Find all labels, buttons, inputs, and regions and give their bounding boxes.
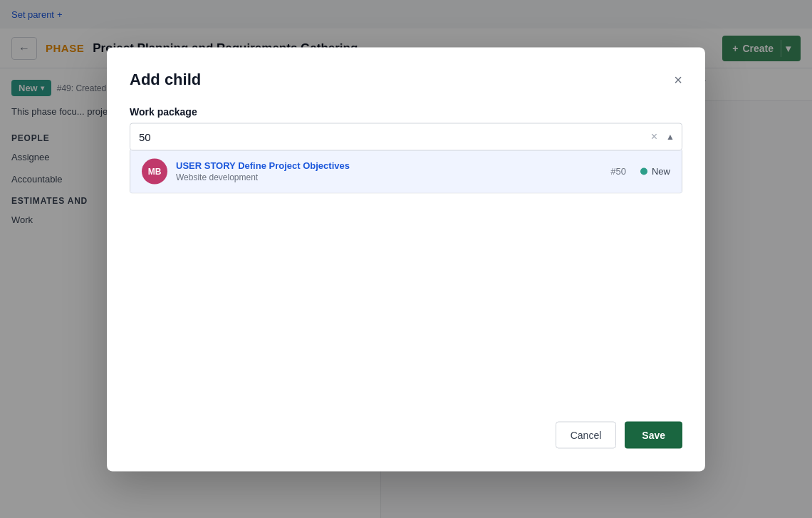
close-icon: × xyxy=(674,71,682,87)
result-info: USER STORY Define Project Objectives Web… xyxy=(176,160,602,182)
modal-close-button[interactable]: × xyxy=(674,72,682,86)
result-item[interactable]: MB USER STORY Define Project Objectives … xyxy=(130,150,682,192)
add-child-modal: Add child × Work package × ▲ MB USER STO… xyxy=(107,47,705,471)
work-package-search-input[interactable] xyxy=(130,123,645,150)
result-status-label: New xyxy=(652,166,670,177)
work-package-label: Work package xyxy=(130,105,682,117)
work-package-field: Work package × ▲ MB USER STORY Define Pr… xyxy=(130,105,682,193)
avatar-text: MB xyxy=(148,166,162,176)
modal-footer: Cancel Save xyxy=(130,421,682,448)
search-input-wrapper: × ▲ xyxy=(130,123,682,150)
result-subtitle: Website development xyxy=(176,172,602,182)
cancel-button[interactable]: Cancel xyxy=(556,421,617,448)
result-title: USER STORY Define Project Objectives xyxy=(176,160,602,171)
result-status-dot xyxy=(640,167,647,175)
clear-icon: × xyxy=(651,130,657,143)
search-results-dropdown: MB USER STORY Define Project Objectives … xyxy=(130,150,682,193)
save-label: Save xyxy=(642,429,665,440)
search-chevron-button[interactable]: ▲ xyxy=(663,132,682,142)
cancel-label: Cancel xyxy=(571,429,602,440)
save-button[interactable]: Save xyxy=(625,421,682,448)
result-status: New xyxy=(640,166,670,177)
modal-title: Add child xyxy=(130,70,201,88)
avatar: MB xyxy=(142,158,167,184)
modal-header: Add child × xyxy=(130,70,682,88)
chevron-up-icon: ▲ xyxy=(666,132,675,142)
result-id: #50 xyxy=(610,166,626,177)
search-clear-button[interactable]: × xyxy=(645,130,663,143)
